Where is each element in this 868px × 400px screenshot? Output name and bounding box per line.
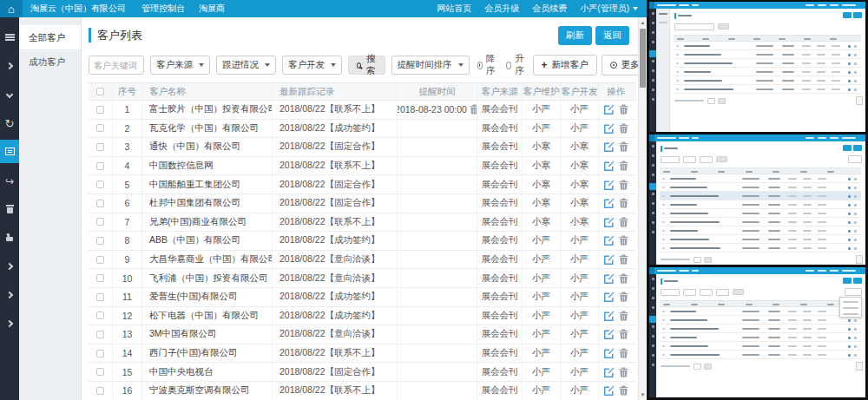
mini-button[interactable] [853,12,862,18]
delete-icon[interactable] [619,141,628,152]
develop-select[interactable]: 客户开发 [282,56,342,75]
edit-icon[interactable] [604,161,615,171]
edit-icon[interactable] [604,141,615,152]
edit-icon[interactable] [604,329,615,339]
row-checkbox[interactable] [96,124,104,132]
delete-icon[interactable] [619,348,628,358]
vertical-scrollbar[interactable]: ▲ ▼ [638,17,647,400]
scrollbar-thumb[interactable] [640,29,646,88]
scroll-down-arrow-icon[interactable]: ▼ [639,390,647,399]
mini-search-button[interactable] [733,289,744,295]
back-button[interactable]: 返回 [595,26,629,45]
delete-icon[interactable] [619,217,628,227]
reminder-delete-icon[interactable] [470,104,477,115]
edit-icon[interactable] [604,311,615,321]
delete-icon[interactable] [619,329,628,339]
followup-select[interactable]: 跟进情况 [216,56,276,75]
mini-go-button[interactable] [704,364,712,370]
edit-icon[interactable] [604,385,615,396]
row-checkbox[interactable] [96,106,104,114]
screenshot-preview-1[interactable] [649,2,865,132]
topbar-right-item[interactable]: 会员升级 [484,3,519,15]
delete-icon[interactable] [619,385,628,396]
rail-item-active[interactable] [0,140,19,163]
edit-icon[interactable] [604,273,615,284]
user-menu[interactable]: 小严(管理员) [580,3,638,15]
scroll-up-arrow-icon[interactable]: ▲ [639,18,647,27]
delete-icon[interactable] [619,311,628,321]
rail-item[interactable] [0,168,19,192]
edit-icon[interactable] [604,180,615,190]
topbar-right-item[interactable]: 会员续费 [532,3,567,15]
sort-select[interactable]: 提醒时间排序 [391,56,470,75]
mini-select[interactable] [683,289,696,296]
mini-go-button[interactable] [718,98,726,104]
delete-icon[interactable] [619,235,628,246]
delete-icon[interactable] [619,104,628,115]
mini-button[interactable] [843,278,852,284]
row-checkbox[interactable] [96,237,104,245]
rail-item[interactable] [0,82,19,106]
mini-more-button[interactable] [845,288,862,296]
sort-asc-radio[interactable]: 升序 [506,53,527,77]
rail-item[interactable] [0,226,19,249]
edit-icon[interactable] [604,217,615,227]
mini-button[interactable] [843,145,852,151]
mini-add-button[interactable] [848,155,862,163]
add-customer-button[interactable]: +新增客户 [533,55,597,75]
source-select[interactable]: 客户来源 [150,56,210,75]
row-checkbox[interactable] [96,311,104,319]
keyword-input[interactable] [89,56,144,75]
row-checkbox[interactable] [96,218,104,226]
edit-icon[interactable] [604,254,615,265]
edit-icon[interactable] [604,292,615,302]
rail-item[interactable] [0,283,19,306]
mini-button[interactable] [853,145,862,151]
row-checkbox[interactable] [96,387,104,395]
mini-select[interactable] [700,289,713,296]
mini-input[interactable] [674,23,714,30]
sort-desc-radio[interactable]: 降序 [477,53,498,77]
rail-item[interactable] [0,197,19,220]
subnav-item[interactable]: 成功客户 [19,49,81,74]
mini-button[interactable] [853,278,862,284]
screenshot-preview-2[interactable] [649,134,865,265]
delete-icon[interactable] [619,123,628,134]
delete-icon[interactable] [619,273,628,284]
edit-icon[interactable] [604,123,615,134]
mini-button[interactable] [843,12,852,18]
edit-icon[interactable] [604,348,615,358]
row-checkbox[interactable] [96,368,104,376]
mini-search-button[interactable] [716,156,727,162]
rail-item[interactable] [0,54,19,77]
row-checkbox[interactable] [96,293,104,301]
mini-page-select[interactable] [694,257,701,263]
delete-icon[interactable] [619,367,628,377]
mini-page-select[interactable] [707,98,715,104]
mini-select[interactable] [716,289,729,296]
delete-icon[interactable] [619,292,628,302]
topbar-menu-item[interactable]: 淘展商 [199,3,225,15]
mini-input[interactable] [661,289,680,296]
rail-item[interactable] [0,254,19,278]
rail-item[interactable] [0,311,19,335]
row-checkbox[interactable] [96,331,104,338]
mini-select[interactable] [700,156,713,163]
delete-icon[interactable] [619,161,628,171]
edit-icon[interactable] [604,235,615,246]
mini-select[interactable] [683,156,696,163]
subnav-item[interactable]: 全部客户 [19,25,81,49]
rail-item[interactable] [0,25,19,49]
row-checkbox[interactable] [96,162,104,170]
row-checkbox[interactable] [96,256,104,264]
mini-page-select[interactable] [694,364,701,370]
row-checkbox[interactable] [96,180,104,188]
row-checkbox[interactable] [96,274,104,282]
delete-icon[interactable] [619,254,628,265]
edit-icon[interactable] [604,104,615,115]
edit-icon[interactable] [604,367,615,377]
mini-input[interactable] [661,156,680,163]
row-checkbox[interactable] [96,200,104,207]
delete-icon[interactable] [619,198,628,208]
delete-icon[interactable] [619,180,628,190]
